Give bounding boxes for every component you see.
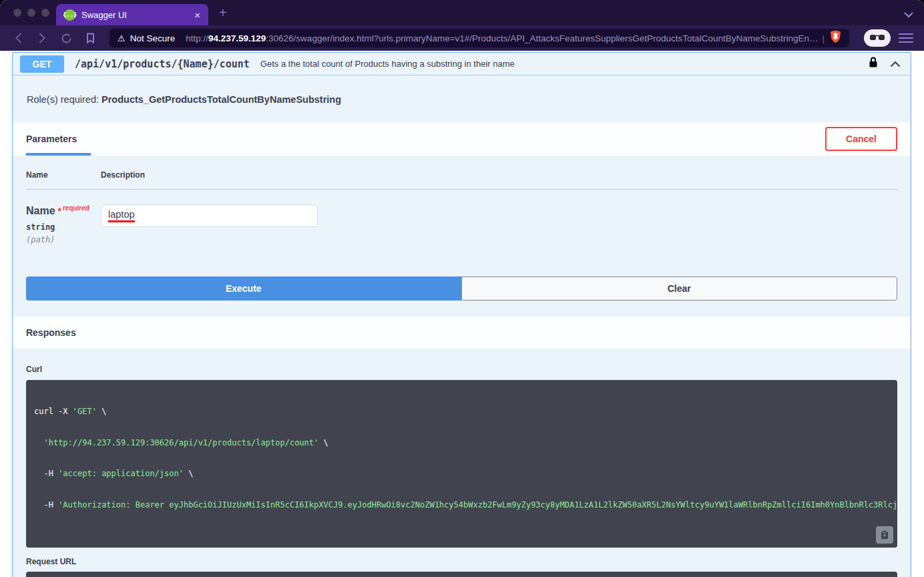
parameters-header: Parameters Cancel bbox=[13, 122, 911, 156]
column-description-header: Description bbox=[101, 170, 145, 180]
column-name-header: Name bbox=[26, 170, 101, 180]
screen: {..} Swagger UI × + ⚠ bbox=[0, 0, 924, 577]
request-url-label: Request URL bbox=[26, 557, 897, 566]
url-scheme: http:// bbox=[186, 33, 208, 43]
responses-title: Responses bbox=[26, 327, 76, 338]
forward-icon[interactable] bbox=[32, 29, 52, 47]
browser-window: {..} Swagger UI × + ⚠ bbox=[0, 0, 924, 577]
endpoint-path: /api/v1/products/{Name}/count bbox=[75, 58, 250, 70]
curl-line: -H 'Authorization: Bearer eyJhbGciOiJIUz… bbox=[34, 500, 889, 511]
curl-line: -H 'accept: application/json' \ bbox=[34, 469, 889, 479]
parameters-body: Name Description Name *required string (… bbox=[13, 156, 911, 317]
window-controls bbox=[13, 9, 49, 17]
parameter-row: Name *required string (path) laptop bbox=[26, 204, 897, 244]
url-host: 94.237.59.129 bbox=[208, 33, 266, 43]
parameter-meta: Name *required string (path) bbox=[26, 204, 101, 244]
required-star: * bbox=[55, 206, 61, 216]
tab-parameters[interactable]: Parameters bbox=[26, 134, 77, 144]
parameter-name: Name *required bbox=[26, 204, 101, 217]
reload-icon[interactable] bbox=[56, 29, 76, 47]
input-value: laptop bbox=[108, 209, 135, 222]
name-parameter-input[interactable]: laptop bbox=[101, 204, 318, 227]
curl-line: 'http://94.237.59.129:30626/api/v1/produ… bbox=[34, 438, 889, 449]
responses-header: Responses bbox=[13, 317, 911, 349]
url-rest: :30626/swagger/index.html?urls.primaryNa… bbox=[266, 33, 817, 43]
execute-button[interactable]: Execute bbox=[26, 276, 461, 301]
http-method-badge: GET bbox=[20, 55, 64, 73]
new-tab-button[interactable]: + bbox=[219, 5, 227, 21]
not-secure-label: Not Secure bbox=[130, 33, 176, 43]
back-icon[interactable] bbox=[8, 29, 28, 47]
curl-line: curl -X 'GET' \ bbox=[34, 407, 889, 417]
responses-body: Curl curl -X 'GET' \ 'http://94.237.59.1… bbox=[13, 349, 911, 577]
brave-shield-icon[interactable] bbox=[830, 30, 841, 46]
operation-summary-row[interactable]: GET /api/v1/products/{Name}/count Gets a… bbox=[13, 53, 911, 75]
execute-row: Execute Clear bbox=[26, 276, 897, 317]
required-label: required bbox=[63, 204, 89, 212]
swagger-favicon-icon: {..} bbox=[64, 9, 75, 21]
curl-command-block: curl -X 'GET' \ 'http://94.237.59.129:30… bbox=[26, 380, 897, 548]
cancel-button[interactable]: Cancel bbox=[825, 127, 897, 151]
collapse-chevron-up-icon[interactable] bbox=[890, 58, 901, 70]
curl-label: Curl bbox=[26, 365, 897, 374]
close-tab-icon[interactable]: × bbox=[194, 10, 200, 20]
tab-title: Swagger UI bbox=[81, 10, 188, 20]
roles-required: Role(s) required: Products_GetProductsTo… bbox=[13, 75, 911, 122]
swagger-page: GET /api/v1/products/{Name}/count Gets a… bbox=[0, 51, 924, 577]
tab-search-chevron-icon[interactable] bbox=[904, 9, 913, 21]
url-separator: | bbox=[823, 33, 825, 43]
warning-triangle-icon: ⚠ bbox=[118, 33, 126, 43]
tab-swagger-ui[interactable]: {..} Swagger UI × bbox=[56, 4, 208, 25]
active-tab-indicator bbox=[26, 153, 91, 156]
maximize-window-button[interactable] bbox=[41, 9, 49, 17]
parameters-table-header: Name Description bbox=[26, 164, 897, 190]
parameter-location: (path) bbox=[26, 235, 101, 244]
bookmark-icon[interactable] bbox=[80, 29, 100, 47]
roles-value: Products_GetProductsTotalCountByNameSubs… bbox=[101, 94, 341, 105]
minimize-window-button[interactable] bbox=[27, 9, 35, 17]
extension-glasses-icon[interactable] bbox=[864, 29, 891, 47]
close-window-button[interactable] bbox=[13, 9, 21, 17]
clear-button[interactable]: Clear bbox=[461, 276, 898, 301]
lock-icon[interactable] bbox=[869, 57, 878, 71]
url-text: http://94.237.59.129:30626/swagger/index… bbox=[186, 33, 817, 43]
url-bar[interactable]: ⚠ Not Secure http://94.237.59.129:30626/… bbox=[109, 29, 849, 47]
navigation-bar: ⚠ Not Secure http://94.237.59.129:30626/… bbox=[0, 25, 924, 51]
parameter-type: string bbox=[26, 222, 101, 232]
request-url-value: http://94.237.59.129:30626/api/v1/produc… bbox=[26, 572, 897, 577]
opblock-get: GET /api/v1/products/{Name}/count Gets a… bbox=[12, 52, 911, 577]
roles-label: Role(s) required: bbox=[27, 94, 101, 105]
copy-curl-icon[interactable] bbox=[876, 526, 893, 544]
menu-hamburger-icon[interactable] bbox=[899, 33, 913, 43]
endpoint-summary: Gets a the total count of Products havin… bbox=[260, 59, 515, 69]
tab-strip: {..} Swagger UI × + bbox=[0, 0, 924, 25]
